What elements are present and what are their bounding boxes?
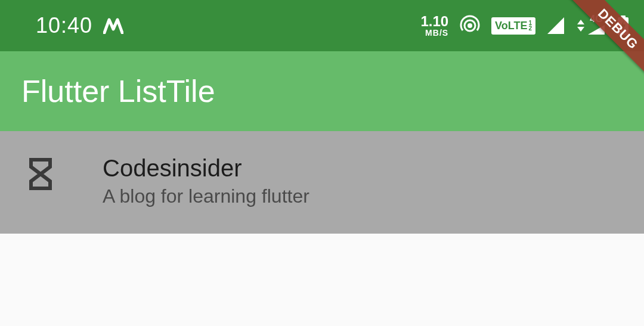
network-speed-unit: MB/S bbox=[425, 29, 448, 37]
volte-badge-icon: VoLTE 12 bbox=[491, 17, 535, 35]
list-tile[interactable]: Codesinsider A blog for learning flutter bbox=[0, 131, 644, 234]
list-tile-title: Codesinsider bbox=[103, 155, 309, 182]
list-tile-subtitle: A blog for learning flutter bbox=[103, 185, 309, 207]
signal-icon bbox=[546, 16, 565, 35]
status-time: 10:40 bbox=[36, 13, 92, 38]
app-bar-title: Flutter ListTile bbox=[21, 73, 215, 109]
data-arrows-icon bbox=[576, 18, 586, 33]
carrier-logo-icon bbox=[103, 17, 123, 34]
svg-point-0 bbox=[467, 23, 472, 28]
android-status-bar: 10:40 1.10 MB/S VoLTE 12 bbox=[0, 0, 644, 51]
hourglass-icon bbox=[26, 155, 55, 191]
volte-sim-indicator: 12 bbox=[528, 20, 532, 31]
network-speed-indicator: 1.10 MB/S bbox=[420, 14, 448, 37]
hotspot-icon bbox=[459, 15, 481, 36]
status-left: 10:40 bbox=[36, 13, 123, 38]
app-bar: Flutter ListTile bbox=[0, 51, 644, 131]
list-tile-content: Codesinsider A blog for learning flutter bbox=[103, 155, 309, 207]
network-speed-value: 1.10 bbox=[420, 14, 448, 29]
volte-label: VoLTE bbox=[495, 20, 527, 32]
